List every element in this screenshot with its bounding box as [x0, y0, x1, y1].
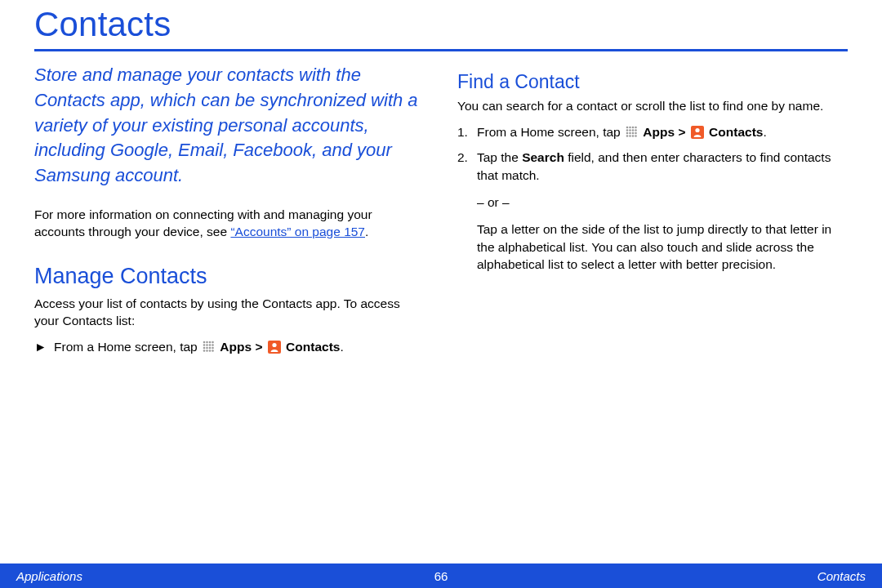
footer-page-number: 66 — [434, 569, 448, 583]
svg-point-16 — [272, 343, 276, 347]
svg-point-1 — [206, 341, 208, 343]
title-divider — [34, 49, 848, 51]
footer-left: Applications — [16, 569, 82, 583]
contacts-icon — [268, 341, 281, 354]
svg-point-4 — [203, 344, 206, 346]
apps-icon — [626, 125, 638, 137]
step1-sep: > — [678, 125, 688, 139]
svg-point-17 — [626, 127, 629, 129]
step1-pre: From a Home screen, tap — [477, 125, 624, 139]
more-info-paragraph: For more information on connecting with … — [34, 207, 425, 241]
find-steps-list: 1. From a Home screen, tap Apps — [457, 123, 848, 274]
svg-point-2 — [209, 341, 212, 343]
svg-point-33 — [695, 128, 699, 132]
manage-step: ► From a Home screen, tap Apps > — [34, 338, 425, 355]
manage-contacts-heading: Manage Contacts — [34, 264, 425, 289]
step2-number: 2. — [457, 149, 468, 166]
svg-point-7 — [212, 344, 214, 346]
find-contact-heading: Find a Contact — [457, 71, 848, 93]
step2-search: Search — [522, 150, 564, 164]
svg-point-26 — [629, 132, 631, 135]
svg-point-11 — [212, 346, 214, 349]
page-footer: Applications 66 Contacts — [0, 564, 882, 588]
or-separator: – or – — [477, 194, 848, 211]
svg-point-6 — [209, 344, 212, 346]
step-marker-icon: ► — [34, 338, 47, 355]
svg-point-21 — [626, 129, 629, 131]
find-step-2: 2. Tap the Search field, and then enter … — [457, 149, 848, 273]
document-page: Contacts Store and manage your contacts … — [0, 0, 882, 588]
svg-point-9 — [206, 346, 208, 349]
page-title: Contacts — [34, 0, 848, 49]
accounts-link[interactable]: “Accounts” on page 157 — [230, 225, 365, 238]
step2-a: Tap the — [477, 150, 522, 164]
apps-label: Apps — [220, 340, 252, 354]
svg-point-30 — [629, 135, 631, 137]
left-column: Store and manage your contacts with the … — [34, 63, 425, 355]
svg-point-27 — [632, 132, 635, 135]
svg-point-29 — [626, 135, 629, 137]
step2-alt: Tap a letter on the side of the list to … — [477, 220, 848, 273]
svg-point-25 — [626, 132, 629, 135]
footer-right: Contacts — [817, 569, 866, 583]
svg-point-23 — [632, 129, 635, 131]
svg-point-22 — [629, 129, 631, 131]
intro-paragraph: Store and manage your contacts with the … — [34, 63, 425, 189]
svg-point-8 — [203, 346, 206, 349]
more-info-suffix: . — [365, 225, 368, 238]
svg-point-5 — [206, 344, 208, 346]
find-step-1: 1. From a Home screen, tap Apps — [457, 123, 848, 140]
svg-point-3 — [212, 341, 214, 343]
manage-step-pre: From a Home screen, tap — [54, 340, 201, 354]
manage-step-suffix: . — [340, 340, 343, 354]
step1-number: 1. — [457, 123, 468, 140]
manage-contacts-intro: Access your list of contacts by using th… — [34, 296, 425, 330]
svg-point-10 — [209, 346, 212, 349]
svg-point-19 — [632, 127, 635, 129]
svg-point-24 — [635, 129, 637, 131]
contacts-label: Contacts — [286, 340, 340, 354]
svg-point-13 — [206, 350, 208, 352]
svg-point-12 — [203, 350, 206, 352]
svg-point-32 — [635, 135, 637, 137]
right-column: Find a Contact You can search for a cont… — [457, 63, 848, 355]
sep: > — [255, 340, 265, 354]
find-contact-intro: You can search for a contact or scroll t… — [457, 98, 848, 115]
step1-apps: Apps — [643, 125, 675, 139]
content-columns: Store and manage your contacts with the … — [34, 63, 848, 355]
svg-point-28 — [635, 132, 637, 135]
step1-contacts: Contacts — [709, 125, 763, 139]
svg-point-18 — [629, 127, 631, 129]
svg-point-0 — [203, 341, 206, 343]
step1-suffix: . — [763, 125, 766, 139]
svg-point-20 — [635, 127, 637, 129]
svg-point-31 — [632, 135, 635, 137]
svg-point-14 — [209, 350, 212, 352]
contacts-icon — [691, 126, 704, 139]
svg-point-15 — [212, 350, 214, 352]
apps-icon — [203, 340, 215, 352]
